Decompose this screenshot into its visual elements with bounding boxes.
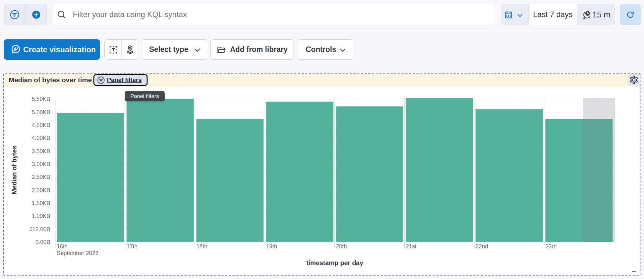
svg-text:512.00B: 512.00B: [29, 226, 50, 233]
svg-text:3.00KB: 3.00KB: [32, 161, 50, 167]
svg-text:1.50KB: 1.50KB: [32, 200, 50, 206]
svg-text:18th: 18th: [196, 243, 207, 250]
svg-text:20th: 20th: [336, 243, 347, 250]
svg-text:21st: 21st: [406, 243, 417, 250]
svg-text:16th: 16th: [57, 243, 68, 250]
svg-text:3.50KB: 3.50KB: [32, 148, 50, 154]
svg-text:0.00B: 0.00B: [35, 239, 50, 245]
svg-text:5.00KB: 5.00KB: [32, 109, 50, 115]
svg-text:23rd: 23rd: [545, 243, 557, 250]
svg-text:4.50KB: 4.50KB: [32, 122, 50, 128]
svg-text:1.00KB: 1.00KB: [32, 213, 50, 219]
svg-text:17th: 17th: [127, 243, 138, 250]
svg-text:2.50KB: 2.50KB: [32, 174, 50, 180]
svg-text:September 2022: September 2022: [57, 250, 98, 256]
svg-text:timestamp per day: timestamp per day: [306, 259, 364, 266]
svg-text:22nd: 22nd: [476, 243, 488, 250]
svg-text:Median of bytes: Median of bytes: [11, 145, 18, 194]
svg-text:19th: 19th: [266, 243, 277, 250]
svg-text:4.00KB: 4.00KB: [32, 135, 50, 141]
svg-text:5.50KB: 5.50KB: [32, 96, 50, 102]
svg-text:2.00KB: 2.00KB: [32, 187, 50, 194]
